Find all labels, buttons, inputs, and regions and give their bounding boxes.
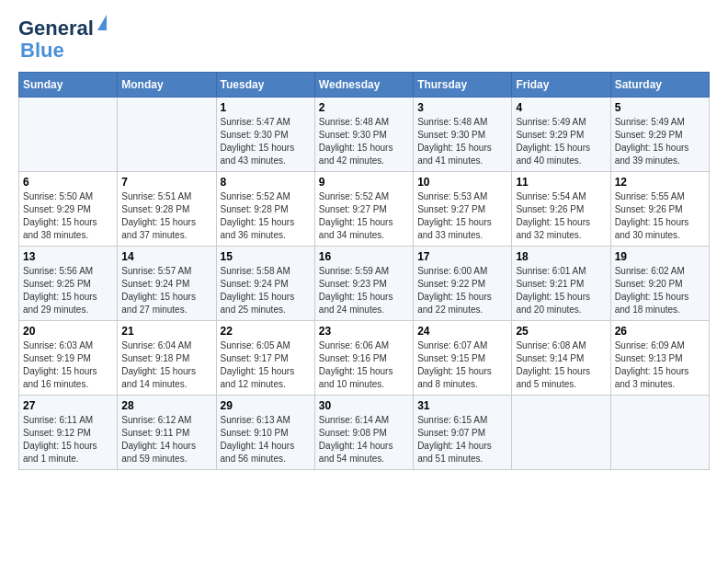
calendar-cell: 10Sunrise: 5:53 AM Sunset: 9:27 PM Dayli… — [414, 172, 512, 247]
day-number: 7 — [121, 176, 211, 189]
day-info: Sunrise: 6:00 AM Sunset: 9:22 PM Dayligh… — [417, 265, 507, 316]
day-number: 26 — [615, 325, 705, 338]
header-row: SundayMondayTuesdayWednesdayThursdayFrid… — [19, 73, 710, 98]
calendar-cell: 29Sunrise: 6:13 AM Sunset: 9:10 PM Dayli… — [216, 396, 314, 470]
calendar-cell: 25Sunrise: 6:08 AM Sunset: 9:14 PM Dayli… — [512, 321, 610, 396]
day-number: 3 — [417, 101, 507, 114]
calendar-cell: 30Sunrise: 6:14 AM Sunset: 9:08 PM Dayli… — [314, 396, 413, 470]
day-info: Sunrise: 6:04 AM Sunset: 9:18 PM Dayligh… — [121, 339, 211, 391]
calendar-cell: 7Sunrise: 5:51 AM Sunset: 9:28 PM Daylig… — [118, 172, 216, 247]
day-info: Sunrise: 5:49 AM Sunset: 9:29 PM Dayligh… — [516, 116, 606, 167]
calendar-cell — [19, 98, 118, 172]
logo: General Blue — [18, 18, 96, 63]
day-number: 28 — [121, 399, 211, 412]
day-info: Sunrise: 5:48 AM Sunset: 9:30 PM Dayligh… — [319, 116, 409, 167]
day-info: Sunrise: 6:06 AM Sunset: 9:16 PM Dayligh… — [319, 339, 409, 391]
day-info: Sunrise: 6:03 AM Sunset: 9:19 PM Dayligh… — [23, 339, 113, 391]
calendar-week-row: 1Sunrise: 5:47 AM Sunset: 9:30 PM Daylig… — [19, 98, 710, 172]
day-info: Sunrise: 5:55 AM Sunset: 9:26 PM Dayligh… — [615, 190, 705, 242]
calendar-cell: 3Sunrise: 5:48 AM Sunset: 9:30 PM Daylig… — [414, 98, 512, 172]
day-info: Sunrise: 6:08 AM Sunset: 9:14 PM Dayligh… — [516, 339, 606, 391]
day-number: 29 — [221, 399, 311, 412]
day-info: Sunrise: 5:57 AM Sunset: 9:24 PM Dayligh… — [121, 265, 211, 316]
header-day: Wednesday — [314, 73, 413, 98]
day-info: Sunrise: 5:49 AM Sunset: 9:29 PM Dayligh… — [615, 116, 705, 167]
day-number: 18 — [516, 250, 606, 263]
calendar-table: SundayMondayTuesdayWednesdayThursdayFrid… — [18, 72, 710, 470]
day-info: Sunrise: 6:01 AM Sunset: 9:21 PM Dayligh… — [516, 265, 606, 316]
day-number: 12 — [615, 176, 705, 189]
calendar-cell: 23Sunrise: 6:06 AM Sunset: 9:16 PM Dayli… — [314, 321, 413, 396]
day-number: 13 — [23, 250, 113, 263]
day-number: 8 — [221, 176, 311, 189]
day-number: 31 — [417, 399, 507, 412]
day-info: Sunrise: 5:58 AM Sunset: 9:24 PM Dayligh… — [221, 265, 311, 316]
calendar-week-row: 6Sunrise: 5:50 AM Sunset: 9:29 PM Daylig… — [19, 172, 710, 247]
day-number: 15 — [221, 250, 311, 263]
calendar-cell: 14Sunrise: 5:57 AM Sunset: 9:24 PM Dayli… — [118, 247, 216, 321]
day-info: Sunrise: 5:53 AM Sunset: 9:27 PM Dayligh… — [417, 190, 507, 242]
day-number: 11 — [516, 176, 606, 189]
logo-blue: Blue — [20, 39, 64, 62]
calendar-cell: 21Sunrise: 6:04 AM Sunset: 9:18 PM Dayli… — [118, 321, 216, 396]
day-number: 30 — [319, 399, 409, 412]
day-number: 17 — [417, 250, 507, 263]
day-number: 6 — [23, 176, 113, 189]
day-number: 22 — [221, 325, 311, 338]
header-day: Thursday — [414, 73, 512, 98]
day-info: Sunrise: 5:48 AM Sunset: 9:30 PM Dayligh… — [417, 116, 507, 167]
day-info: Sunrise: 6:02 AM Sunset: 9:20 PM Dayligh… — [615, 265, 705, 316]
calendar-cell: 18Sunrise: 6:01 AM Sunset: 9:21 PM Dayli… — [512, 247, 610, 321]
calendar-cell: 6Sunrise: 5:50 AM Sunset: 9:29 PM Daylig… — [19, 172, 118, 247]
calendar-cell: 13Sunrise: 5:56 AM Sunset: 9:25 PM Dayli… — [19, 247, 118, 321]
page-header: General Blue — [18, 18, 710, 63]
calendar-cell: 19Sunrise: 6:02 AM Sunset: 9:20 PM Dayli… — [610, 247, 709, 321]
day-info: Sunrise: 5:52 AM Sunset: 9:27 PM Dayligh… — [319, 190, 409, 242]
calendar-cell — [118, 98, 216, 172]
calendar-cell: 11Sunrise: 5:54 AM Sunset: 9:26 PM Dayli… — [512, 172, 610, 247]
calendar-cell: 26Sunrise: 6:09 AM Sunset: 9:13 PM Dayli… — [610, 321, 709, 396]
calendar-cell: 12Sunrise: 5:55 AM Sunset: 9:26 PM Dayli… — [610, 172, 709, 247]
calendar-cell: 16Sunrise: 5:59 AM Sunset: 9:23 PM Dayli… — [314, 247, 413, 321]
calendar-cell: 17Sunrise: 6:00 AM Sunset: 9:22 PM Dayli… — [414, 247, 512, 321]
day-number: 2 — [319, 101, 409, 114]
header-day: Sunday — [19, 73, 118, 98]
day-number: 27 — [23, 399, 113, 412]
day-number: 16 — [319, 250, 409, 263]
day-info: Sunrise: 6:05 AM Sunset: 9:17 PM Dayligh… — [221, 339, 311, 391]
calendar-week-row: 27Sunrise: 6:11 AM Sunset: 9:12 PM Dayli… — [19, 396, 710, 470]
header-day: Monday — [118, 73, 216, 98]
day-number: 4 — [516, 101, 606, 114]
day-info: Sunrise: 6:07 AM Sunset: 9:15 PM Dayligh… — [417, 339, 507, 391]
day-info: Sunrise: 6:12 AM Sunset: 9:11 PM Dayligh… — [121, 414, 211, 465]
calendar-cell: 1Sunrise: 5:47 AM Sunset: 9:30 PM Daylig… — [216, 98, 314, 172]
day-info: Sunrise: 5:56 AM Sunset: 9:25 PM Dayligh… — [23, 265, 113, 316]
day-number: 23 — [319, 325, 409, 338]
calendar-cell: 27Sunrise: 6:11 AM Sunset: 9:12 PM Dayli… — [19, 396, 118, 470]
calendar-cell: 20Sunrise: 6:03 AM Sunset: 9:19 PM Dayli… — [19, 321, 118, 396]
day-info: Sunrise: 6:15 AM Sunset: 9:07 PM Dayligh… — [417, 414, 507, 465]
logo-general: General — [18, 17, 94, 40]
day-number: 5 — [615, 101, 705, 114]
calendar-cell: 24Sunrise: 6:07 AM Sunset: 9:15 PM Dayli… — [414, 321, 512, 396]
calendar-cell: 28Sunrise: 6:12 AM Sunset: 9:11 PM Dayli… — [118, 396, 216, 470]
calendar-cell: 2Sunrise: 5:48 AM Sunset: 9:30 PM Daylig… — [314, 98, 413, 172]
day-info: Sunrise: 5:51 AM Sunset: 9:28 PM Dayligh… — [121, 190, 211, 242]
day-number: 1 — [221, 101, 311, 114]
day-info: Sunrise: 6:14 AM Sunset: 9:08 PM Dayligh… — [319, 414, 409, 465]
day-number: 20 — [23, 325, 113, 338]
calendar-cell: 9Sunrise: 5:52 AM Sunset: 9:27 PM Daylig… — [314, 172, 413, 247]
calendar-cell — [610, 396, 709, 470]
day-number: 14 — [121, 250, 211, 263]
calendar-cell: 15Sunrise: 5:58 AM Sunset: 9:24 PM Dayli… — [216, 247, 314, 321]
calendar-cell: 4Sunrise: 5:49 AM Sunset: 9:29 PM Daylig… — [512, 98, 610, 172]
calendar-week-row: 13Sunrise: 5:56 AM Sunset: 9:25 PM Dayli… — [19, 247, 710, 321]
day-number: 9 — [319, 176, 409, 189]
header-day: Tuesday — [216, 73, 314, 98]
calendar-cell — [512, 396, 610, 470]
calendar-cell: 22Sunrise: 6:05 AM Sunset: 9:17 PM Dayli… — [216, 321, 314, 396]
day-info: Sunrise: 5:59 AM Sunset: 9:23 PM Dayligh… — [319, 265, 409, 316]
day-number: 24 — [417, 325, 507, 338]
calendar-cell: 31Sunrise: 6:15 AM Sunset: 9:07 PM Dayli… — [414, 396, 512, 470]
day-number: 19 — [615, 250, 705, 263]
